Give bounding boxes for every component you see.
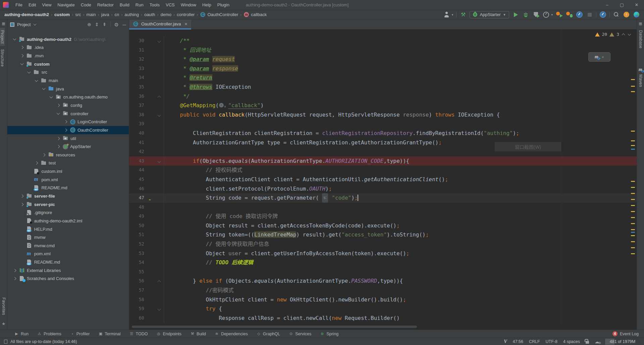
gutter[interactable]: 54 [129, 258, 164, 267]
breadcrumb-item-cn[interactable]: cn [114, 12, 120, 17]
code-text[interactable]: /** [164, 36, 190, 46]
warning-stripe-mark[interactable] [631, 205, 635, 206]
menu-item-file[interactable]: File [12, 0, 25, 10]
tree-item-server-file[interactable]: server-file [7, 192, 129, 200]
close-icon[interactable]: ✕ [184, 22, 188, 26]
gutter[interactable]: 39 [129, 119, 164, 129]
gutter[interactable]: 33 [129, 64, 164, 73]
code-text[interactable]: String code = request.getParameter( s: "… [164, 193, 358, 203]
code-text[interactable]: OkHttpClient client = new OkHttpClient()… [164, 295, 406, 304]
code-text[interactable]: * 回调地址 [164, 46, 211, 55]
tree-item-main[interactable]: main [7, 76, 129, 85]
warning-stripe-mark[interactable] [631, 187, 635, 188]
chevron-down-icon[interactable] [42, 87, 45, 90]
warning-stripe-mark[interactable] [631, 223, 635, 224]
gutter[interactable]: 43 [129, 156, 164, 166]
file-encoding[interactable]: UTF-8 [546, 339, 557, 344]
info-stripe-mark[interactable] [631, 232, 635, 233]
gutter[interactable]: 60 [129, 314, 164, 323]
chevron-down-icon[interactable] [57, 112, 60, 115]
stripe-item-favorites[interactable]: Favorites [1, 295, 6, 318]
warning-stripe-mark[interactable] [631, 217, 635, 218]
chevron-right-icon[interactable] [35, 161, 38, 165]
gutter[interactable]: 30 [129, 36, 164, 46]
menu-item-plugin[interactable]: Plugin [214, 0, 232, 10]
maximize-button[interactable]: ▢ [614, 0, 629, 10]
code-text[interactable]: client.setProtocol(ProtocolEnum.OAUTH); [164, 184, 332, 194]
tree-item-readme-md[interactable]: README.md [7, 184, 129, 192]
gauge-plug-icon[interactable] [599, 11, 606, 18]
indent-setting[interactable]: 4 spaces [563, 339, 580, 344]
warning-stripe-mark[interactable] [631, 199, 635, 200]
chevron-down-icon[interactable] [28, 70, 31, 73]
info-stripe-mark[interactable] [631, 149, 635, 150]
tree-item-authing-demo-oauth2-iml[interactable]: authing-demo-oauth2.iml [7, 217, 129, 225]
gutter[interactable]: 58 [129, 295, 164, 304]
menu-item-refactor[interactable]: Refactor [94, 0, 117, 10]
breadcrumb-item-authing[interactable]: authing [124, 12, 139, 17]
stop-icon[interactable] [586, 11, 593, 18]
breadcrumb-item-oauthcontroller[interactable]: OauthController [207, 12, 238, 17]
search-icon[interactable] [613, 11, 620, 18]
code-text[interactable]: Response callResp = client.newCall(new R… [164, 314, 400, 323]
tree-item-oauthcontroller[interactable]: OauthController [7, 126, 129, 134]
run-icon[interactable] [512, 11, 519, 18]
tree-item-idea[interactable]: .idea [7, 44, 129, 52]
gutter[interactable]: 31 [129, 46, 164, 55]
code-text[interactable]: if(Objects.equals(AuthorizationGrantType… [164, 156, 409, 166]
fold-expand-icon[interactable] [158, 280, 161, 284]
menu-item-vcs[interactable]: VCS [163, 0, 178, 10]
breadcrumb-item-main[interactable]: main [86, 12, 96, 17]
gutter[interactable]: 56 [129, 276, 164, 286]
code-text[interactable]: * @param request [164, 55, 235, 64]
warning-stripe-mark[interactable] [631, 235, 635, 236]
caret-position[interactable]: 47:56 [513, 339, 523, 344]
next-issue-icon[interactable] [628, 32, 631, 36]
maven-reload-icon[interactable]: m [595, 55, 598, 59]
gutter[interactable]: 57 [129, 286, 164, 295]
chevron-right-icon[interactable] [20, 203, 23, 206]
tree-item-mvnw-cmd[interactable]: mvnw.cmd [7, 242, 129, 250]
chevron-right-icon[interactable] [13, 269, 16, 272]
tab-oauthcontroller[interactable]: C OauthController.java ✕ [129, 19, 191, 29]
settings-gear-icon[interactable] [114, 22, 119, 27]
warning-stripe-mark[interactable] [631, 193, 635, 194]
menu-item-build[interactable]: Build [117, 0, 132, 10]
expand-all-icon[interactable] [95, 22, 99, 27]
code-text[interactable]: Object result = client.getAccessTokenByC… [164, 221, 400, 230]
breadcrumb-item-authing-demo-oauth2[interactable]: authing-demo-oauth2 [4, 12, 49, 17]
gutter[interactable]: 32 [129, 55, 164, 64]
chevron-down-icon[interactable] [34, 23, 36, 25]
tree-item-controller[interactable]: controller [7, 110, 129, 118]
close-button[interactable]: ✕ [629, 0, 644, 10]
code-text[interactable]: * @throws IOException [164, 82, 251, 92]
stripe-item-structure[interactable]: Structure [0, 47, 5, 69]
tree-item-cn-authing-oauth-demo[interactable]: cn.authing.oauth.demo [7, 93, 129, 101]
coverage-icon[interactable] [532, 11, 539, 18]
tool-window-grid-icon[interactable]: ▦ [639, 21, 642, 26]
attach-run-icon[interactable] [556, 11, 563, 18]
tree-item-logincontroller[interactable]: LoginController [7, 118, 129, 126]
stripe-item-maven[interactable]: Maven [638, 72, 643, 89]
gutter[interactable]: 51 [129, 230, 164, 239]
gutter[interactable]: 46 [129, 184, 164, 194]
tool-window-profiler[interactable]: ◔Profiler [66, 330, 94, 338]
tree-item-appstarter[interactable]: AppStarter [7, 142, 129, 151]
tree-item-custom-iml[interactable]: custom.iml [7, 167, 129, 176]
collab-icon[interactable] [633, 11, 640, 18]
chevron-right-icon[interactable] [57, 137, 60, 140]
tool-window-endpoints[interactable]: ◎Endpoints [152, 330, 186, 338]
code-text[interactable]: @GetMapping("callback") [164, 101, 264, 110]
gutter[interactable]: 37 [129, 101, 164, 110]
code-text[interactable]: */ [164, 92, 190, 101]
horizontal-scrollbar[interactable] [132, 326, 417, 328]
menu-item-code[interactable]: Code [78, 0, 94, 10]
gutter[interactable]: 48 [129, 203, 164, 212]
chevron-down-icon[interactable] [20, 62, 23, 65]
tree-item-mvnw[interactable]: mvnw [7, 233, 129, 242]
fold-collapse-icon[interactable] [158, 113, 161, 117]
gutter[interactable]: 36 [129, 92, 164, 101]
tree-item-external-libraries[interactable]: External Libraries [7, 266, 129, 275]
fold-collapse-icon[interactable] [158, 307, 161, 311]
warning-stripe-mark[interactable] [631, 131, 635, 132]
